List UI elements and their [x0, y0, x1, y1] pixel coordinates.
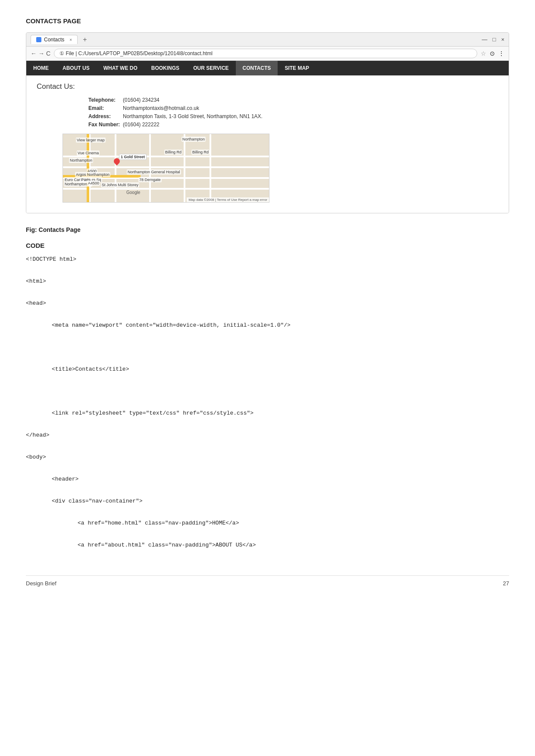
map-background: View larger map Vue Cinema Northampton A… [63, 134, 269, 202]
section-title: CONTACTS PAGE [26, 17, 509, 25]
email-label: Email: [88, 105, 123, 111]
nav-item-site-map[interactable]: SITE MAP [278, 61, 316, 75]
code-lines-container: <!DOCTYPE html> <html> <head> <meta name… [26, 255, 509, 550]
code-line [26, 442, 509, 451]
contact-heading: Contact Us: [37, 82, 498, 91]
code-line: <html> [26, 277, 509, 286]
nav-item-about-us[interactable]: ABOUT US [56, 61, 97, 75]
code-line: </head> [26, 431, 509, 440]
fax-row: Fax Number: (01604) 222222 [88, 122, 498, 128]
browser-nav-buttons: ← → C [31, 50, 50, 57]
code-label: CODE [26, 242, 509, 249]
map-google-label: Google [125, 190, 141, 195]
address-row: Address: Northampton Taxis, 1-3 Gold Str… [88, 113, 498, 119]
code-line [26, 376, 509, 385]
code-line: <title>Contacts</title> [52, 365, 509, 374]
map-label-stjohns: St Johns Multi Storey [101, 182, 139, 187]
code-section: CODE <!DOCTYPE html> <html> <head> <meta… [26, 242, 509, 550]
code-line: <a href="home.html" class="nav-padding">… [78, 519, 509, 528]
profile-icon[interactable]: ⊙ [490, 50, 495, 57]
footer-left: Design Brief [26, 580, 56, 587]
restore-button[interactable]: □ [493, 36, 496, 43]
browser-tab[interactable]: Contacts × [31, 35, 78, 44]
page-content: Contact Us: Telephone: (01604) 234234 Em… [26, 75, 509, 213]
code-line [26, 332, 509, 341]
site-navigation: HOMEABOUT USWHAT WE DOBOOKINGSOUR SERVIC… [26, 61, 509, 75]
code-line [26, 420, 509, 429]
browser-window-controls: — □ × [482, 36, 504, 43]
nav-item-contacts[interactable]: CONTACTS [236, 61, 278, 75]
email-value: Northamptontaxis@hotmail.co.uk [123, 105, 199, 111]
nav-item-home[interactable]: HOME [26, 61, 56, 75]
code-line: <meta name="viewport" content="width=dev… [52, 321, 509, 330]
map-label-vue: Vue Cinema [77, 150, 100, 156]
back-button[interactable]: ← [31, 50, 37, 57]
code-line [26, 530, 509, 539]
map-label-billing2: Billing Rd [191, 150, 210, 155]
code-line: <link rel="stylesheet" type="text/css" h… [52, 409, 509, 418]
map-bottom-bar: Map data ©2008 | Terms of Use Report a m… [187, 197, 269, 202]
tab-label: Contacts [44, 37, 64, 43]
map-label-derngate: 78 Derngate [138, 177, 162, 182]
minimize-button[interactable]: — [482, 36, 488, 43]
telephone-value: (01604) 234234 [123, 97, 160, 103]
reload-button[interactable]: C [46, 50, 50, 57]
footer-page-number: 27 [503, 580, 509, 587]
code-line: <header> [52, 475, 509, 484]
code-line [26, 266, 509, 275]
fig-caption: Fig: Contacts Page [26, 226, 509, 233]
new-tab-button[interactable]: + [80, 36, 89, 44]
address-bar[interactable]: ① File | C:/Users/LAPTOP_MP02B5/Desktop/… [54, 49, 477, 58]
address-label: Address: [88, 113, 123, 119]
code-line [26, 288, 509, 297]
email-row: Email: Northamptontaxis@hotmail.co.uk [88, 105, 498, 111]
map-label-view-larger[interactable]: View larger map [76, 137, 106, 143]
code-line [26, 310, 509, 319]
browser-addressbar-row: ← → C ① File | C:/Users/LAPTOP_MP02B5/De… [26, 47, 509, 61]
map-label-hospital: Northampton General Hospital [127, 169, 181, 175]
map-label-argos: Argos Northampton [75, 172, 110, 177]
code-line: <a href="about.html" class="nav-padding"… [78, 541, 509, 550]
telephone-label: Telephone: [88, 97, 123, 103]
code-line [26, 354, 509, 363]
code-line [26, 387, 509, 396]
browser-menu-icon[interactable]: ⋮ [498, 50, 504, 57]
fax-value: (01604) 222222 [123, 122, 160, 128]
close-window-button[interactable]: × [501, 36, 504, 43]
address-value: Northampton Taxis, 1-3 Gold Street, Nort… [123, 113, 263, 119]
code-line [26, 486, 509, 495]
code-line [26, 508, 509, 517]
nav-item-bookings[interactable]: BOOKINGS [144, 61, 186, 75]
map-container[interactable]: View larger map Vue Cinema Northampton A… [63, 134, 269, 203]
browser-window: Contacts × + — □ × ← → C ① File | C:/Use… [26, 32, 509, 213]
code-line [26, 464, 509, 473]
nav-item-our-service[interactable]: OUR SERVICE [186, 61, 235, 75]
map-label-billing1: Billing Rd [164, 150, 182, 155]
tab-close-button[interactable]: × [69, 37, 72, 42]
telephone-row: Telephone: (01604) 234234 [88, 97, 498, 103]
code-line: <div class="nav-container"> [52, 497, 509, 506]
browser-tab-area: Contacts × + [31, 35, 479, 44]
code-line [26, 398, 509, 407]
map-label-a4500: A4500 [87, 181, 100, 186]
tab-favicon [36, 37, 41, 42]
code-line: <!DOCTYPE html> [26, 255, 509, 264]
map-label-northampton1: Northampton [69, 158, 93, 163]
page-footer: Design Brief 27 [26, 575, 509, 587]
map-label-northampton2: Northampton [181, 137, 206, 142]
code-line: <body> [26, 453, 509, 462]
bookmark-star-icon[interactable]: ☆ [481, 50, 486, 57]
map-pin-label: 1 Gold Street [119, 154, 147, 160]
browser-topbar: Contacts × + — □ × [26, 33, 509, 47]
fax-label: Fax Number: [88, 122, 123, 128]
code-line [26, 343, 509, 352]
code-line: <head> [26, 299, 509, 308]
contact-details-table: Telephone: (01604) 234234 Email: Northam… [88, 97, 498, 128]
forward-button[interactable]: → [38, 50, 44, 57]
nav-item-what-we-do[interactable]: WHAT WE DO [97, 61, 144, 75]
